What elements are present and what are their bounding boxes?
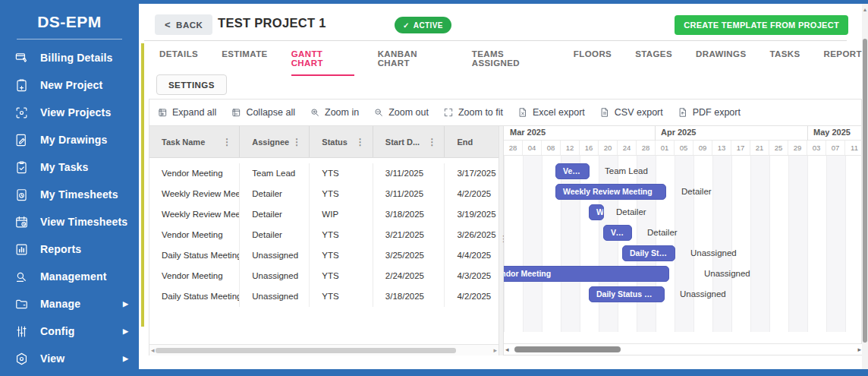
sidebar-item-view[interactable]: View ▶ <box>0 345 139 372</box>
tab-floors[interactable]: FLOORS <box>574 49 612 76</box>
column-header-assignee[interactable]: Assignee⋮ <box>240 126 310 157</box>
cell-assignee: Unassigned <box>240 245 310 266</box>
my-drawings-icon <box>14 132 29 147</box>
manage-folder-icon <box>14 296 29 311</box>
cell-start-date: 3/21/2025 <box>373 225 445 245</box>
create-template-button[interactable]: CREATE TEMPLATE FROM PROJECT <box>675 15 848 35</box>
column-menu-icon[interactable]: ⋮ <box>292 137 301 147</box>
cell-assignee: Detailer <box>240 225 310 245</box>
table-row[interactable]: Vendor Meeting Detailer YTS 3/21/2025 3/… <box>149 225 498 245</box>
column-menu-icon[interactable]: ⋮ <box>222 137 231 147</box>
bar-assignee-label: Team Lead <box>605 161 648 182</box>
expand-caret-icon: ▶ <box>123 355 128 362</box>
sidebar-item-billing-details[interactable]: Billing Details <box>0 44 139 71</box>
gantt-taskbar[interactable]: Vendor Meeting <box>555 163 590 179</box>
gantt-taskbar[interactable]: Vendor Meeting <box>504 266 669 282</box>
tool-label: PDF export <box>693 107 741 118</box>
sidebar-item-my-tasks[interactable]: My Tasks <box>0 153 139 181</box>
sidebar-item-label: New Project <box>40 79 102 91</box>
sidebar-item-label: View <box>40 352 64 365</box>
back-button-label: BACK <box>176 21 203 30</box>
sidebar-item-management[interactable]: Management <box>0 263 139 290</box>
table-row[interactable]: Vendor Meeting Team Lead YTS 3/11/2025 3… <box>149 163 498 184</box>
column-menu-icon[interactable]: ⋮ <box>427 137 436 147</box>
table-row[interactable]: Weekly Review Meeting Detailer YTS 3/11/… <box>149 184 498 204</box>
day-tick: 21 <box>750 141 769 155</box>
cell-end-date: 3/17/2025 <box>445 163 498 184</box>
sidebar-item-label: Billing Details <box>40 52 113 64</box>
bar-assignee-label: Unassigned <box>690 243 737 264</box>
excel-export-button[interactable]: Excel export <box>517 107 585 118</box>
sidebar-item-label: Reports <box>40 243 81 255</box>
tab-gantt-chart[interactable]: GANTT CHART <box>291 49 354 76</box>
column-header-end-date[interactable]: End <box>445 126 498 157</box>
cell-status: YTS <box>310 266 373 286</box>
tab-estimate[interactable]: ESTIMATE <box>222 49 268 76</box>
tab-drawings[interactable]: DRAWINGS <box>696 49 746 76</box>
day-tick: 07 <box>826 141 845 155</box>
zoom-in-button[interactable]: Zoom in <box>310 107 359 118</box>
scrollbar-thumb[interactable] <box>863 39 867 343</box>
cell-status: YTS <box>310 245 373 266</box>
gantt-taskbar[interactable]: Weekly Review Meeting <box>555 184 666 200</box>
tab-stages[interactable]: STAGES <box>635 49 672 76</box>
sidebar-item-reports[interactable]: Reports <box>0 235 139 263</box>
pdf-export-button[interactable]: PDF export <box>678 107 741 118</box>
table-row[interactable]: Daily Status Meeting Unassigned YTS 3/25… <box>149 245 498 266</box>
sidebar-item-view-timesheets[interactable]: View Timesheets <box>0 208 139 235</box>
gantt-taskbar[interactable]: Vendor Meeting <box>603 225 632 241</box>
settings-button[interactable]: SETTINGS <box>156 74 227 95</box>
sidebar-item-my-drawings[interactable]: My Drawings <box>0 126 139 153</box>
gantt-taskbar[interactable]: Daily Status Meeting <box>589 286 665 302</box>
tool-label: Zoom in <box>325 107 359 118</box>
tab-details[interactable]: DETAILS <box>159 49 198 76</box>
expand-all-button[interactable]: Expand all <box>157 107 216 118</box>
grid-chart-splitter[interactable]: ⋮ <box>498 126 504 355</box>
gantt-row: Vendor Meeting Detailer <box>504 223 863 243</box>
column-header-status[interactable]: Status⋮ <box>310 126 373 157</box>
month-separator <box>807 126 808 141</box>
sidebar-item-my-timesheets[interactable]: My Timesheets <box>0 181 139 208</box>
table-row[interactable]: Vendor Meeting Unassigned YTS 2/24/2025 … <box>149 266 498 286</box>
sidebar: DS-EPM Billing Details New Project View … <box>0 0 139 376</box>
back-button[interactable]: < BACK <box>155 14 212 35</box>
splitter-handle-icon: ⋮ <box>499 234 503 244</box>
collapse-all-button[interactable]: Collapse all <box>231 107 295 118</box>
table-row[interactable]: Weekly Review Meeting Detailer WIP 3/18/… <box>149 204 498 225</box>
zoom-out-button[interactable]: Zoom out <box>373 107 429 118</box>
gantt-row: Daily Status Meeting Unassigned <box>504 284 863 305</box>
sidebar-item-manage[interactable]: Manage ▶ <box>0 290 139 318</box>
scrollbar-thumb[interactable] <box>156 348 456 353</box>
zoom-to-fit-button[interactable]: Zoom to fit <box>443 107 503 118</box>
my-timesheets-icon <box>14 187 29 202</box>
tab-kanban-chart[interactable]: KANBAN CHART <box>378 49 448 76</box>
view-projects-icon <box>14 105 29 120</box>
scroll-left-arrow[interactable]: ◂ <box>151 346 155 355</box>
tab-teams-assigned[interactable]: TEAMS ASSIGNED <box>472 49 550 76</box>
sidebar-item-view-projects[interactable]: View Projects <box>0 99 139 126</box>
day-tick: 08 <box>542 141 561 155</box>
day-tick: 20 <box>599 141 618 155</box>
column-header-start-date[interactable]: Start D...⋮ <box>373 126 445 157</box>
sidebar-item-config[interactable]: Config ▶ <box>0 318 139 345</box>
scroll-left-arrow[interactable]: ◂ <box>505 345 509 355</box>
bar-assignee-label: Detailer <box>681 182 712 202</box>
scroll-up-arrow[interactable]: ▴ <box>862 6 868 13</box>
day-tick: 24 <box>618 141 637 155</box>
cell-status: WIP <box>310 204 373 225</box>
tab-tasks[interactable]: TASKS <box>769 49 800 76</box>
gantt-taskbar[interactable]: Weekly Review Meeting <box>589 204 604 220</box>
column-menu-icon[interactable]: ⋮ <box>356 137 365 147</box>
gantt-taskbar[interactable]: Daily Status Meeting <box>622 245 675 261</box>
sidebar-item-new-project[interactable]: New Project <box>0 71 139 99</box>
scroll-right-arrow[interactable]: ▸ <box>493 346 497 355</box>
page-title: TEST PROJECT 1 <box>218 16 326 30</box>
csv-export-button[interactable]: CSV export <box>599 107 663 118</box>
bar-assignee-label: Unassigned <box>704 264 750 284</box>
header-divider <box>144 40 847 41</box>
scroll-right-arrow[interactable]: ▸ <box>857 345 861 355</box>
scrollbar-thumb[interactable] <box>514 346 621 352</box>
column-header-task-name[interactable]: Task Name⋮ <box>149 126 240 157</box>
cell-task-name: Vendor Meeting <box>149 225 240 245</box>
table-row[interactable]: Daily Status Meeting Unassigned YTS 3/18… <box>149 286 498 307</box>
